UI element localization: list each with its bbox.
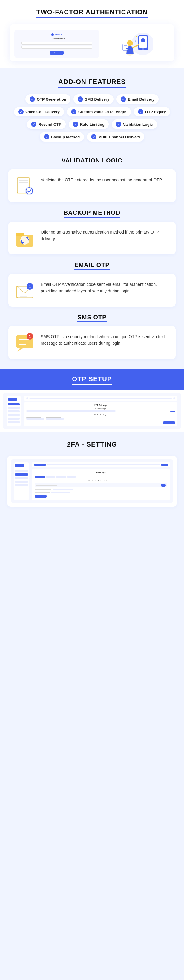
email-icon: 1 xyxy=(14,280,35,301)
tfa-illustration xyxy=(121,30,153,57)
addon-badge-backup-method: ✓ Backup Method xyxy=(40,132,84,142)
setting-main: Settings Two-Factor Authentication User xyxy=(32,469,170,500)
addon-badge-multi-channel: ✓ Multi-Channel Delivery xyxy=(87,132,144,142)
addon-label: Rate Limiting xyxy=(80,122,105,127)
all-features-container: VALIDATION LOGIC Verifying the OTP enter… xyxy=(0,149,184,369)
addon-label: Resend OTP xyxy=(38,122,61,127)
validation-svg xyxy=(14,175,35,196)
addon-badge-validation-logic: ✓ Validation Logic xyxy=(112,119,157,129)
addon-badge-resend-otp: ✓ Resend OTP xyxy=(27,119,65,129)
sidebar-item xyxy=(8,403,20,405)
addon-badge-otp-generation: ✓ OTP Generation xyxy=(25,94,70,104)
topbar-logo xyxy=(34,464,46,466)
email-otp-heading: EMAIL OTP xyxy=(8,262,176,269)
tfa-setting-mock: Settings Two-Factor Authentication User xyxy=(11,460,173,503)
backup-method-heading: BACKUP METHOD xyxy=(8,209,176,216)
otp-setup-header: OTP SETUP xyxy=(0,369,184,390)
save-settings-btn[interactable] xyxy=(35,495,47,498)
mockup-submit-btn[interactable]: Submit xyxy=(50,51,64,55)
svg-text:1: 1 xyxy=(29,285,31,289)
mockup-subtitle: OTP Verification xyxy=(49,38,65,40)
sidebar-logo xyxy=(8,398,17,401)
setting-sidebar xyxy=(14,462,29,500)
mock-sidebar xyxy=(6,396,21,426)
tfa-section: TWO-FACTOR AUTHENTICATION OM1T OTP Verif… xyxy=(0,0,184,68)
validation-logic-card2: Verifying the OTP entered by the user ag… xyxy=(8,169,176,202)
sidebar-item xyxy=(8,407,20,409)
check-icon: ✓ xyxy=(18,109,24,115)
otp-setup-title: OTP SETUP xyxy=(72,375,112,385)
mockup-field2 xyxy=(21,46,92,49)
sms-otp-heading: SMS OTP xyxy=(8,314,176,321)
addon-badge-email-delivery: ✓ Email Delivery xyxy=(116,94,159,104)
tab-inactive3[interactable] xyxy=(67,476,76,478)
settings-tabs xyxy=(35,476,167,478)
addon-label: Voice Call Delivery xyxy=(25,110,60,114)
addon-badge-rate-limiting: ✓ Rate Limiting xyxy=(69,119,109,129)
check-icon: ✓ xyxy=(138,109,143,115)
tab-active[interactable] xyxy=(35,476,45,478)
check-icon: ✓ xyxy=(71,109,76,115)
setting-sidebar-item xyxy=(15,484,28,486)
check-icon: ✓ xyxy=(116,122,121,127)
backup-icon2 xyxy=(14,228,35,248)
email-svg: 1 xyxy=(14,280,35,301)
sidebar-item xyxy=(8,418,20,420)
sms-svg: 1 xyxy=(14,332,35,353)
logo-text: OM1T xyxy=(55,33,62,36)
addon-grid: ✓ OTP Generation ✓ SMS Delivery ✓ Email … xyxy=(7,94,177,142)
email-otp-title2: EMAIL OTP xyxy=(75,262,109,270)
svg-marker-48 xyxy=(17,348,23,352)
topbar-dot2 xyxy=(173,397,175,399)
svg-point-14 xyxy=(126,48,128,51)
mock-main-area: 2FA Settings OTP Settings Twilio Setting… xyxy=(24,402,178,426)
validation-icon2 xyxy=(14,175,35,196)
addon-label: OTP Expiry xyxy=(145,110,166,114)
setting-sidebar-item xyxy=(15,477,28,479)
tab-inactive2[interactable] xyxy=(56,476,66,478)
tfa-mockup-right xyxy=(104,30,170,57)
validation-desc2: Verifying the OTP entered by the user ag… xyxy=(41,175,162,183)
addon-label: Validation Logic xyxy=(123,122,153,127)
addon-section: ADD-ON FEATURES ✓ OTP Generation ✓ SMS D… xyxy=(0,68,184,149)
form-row xyxy=(35,492,167,493)
setting-logo xyxy=(15,464,24,467)
addon-label: Backup Method xyxy=(51,135,80,139)
tfa-setting-title: 2FA - SETTING xyxy=(67,441,117,450)
tfa-title: TWO-FACTOR AUTHENTICATION xyxy=(36,8,148,18)
validation-logic-heading: VALIDATION LOGIC xyxy=(8,157,176,164)
addon-title: ADD-ON FEATURES xyxy=(58,78,126,88)
otp-setup-screenshot: 2FA Settings OTP Settings Twilio Setting… xyxy=(0,390,184,432)
addon-label: Multi-Channel Delivery xyxy=(98,135,140,139)
setting-sidebar-item xyxy=(15,480,28,483)
setting-sidebar-item xyxy=(15,473,28,476)
tfa-mockup-left: OM1T OTP Verification Submit xyxy=(14,30,99,58)
check-icon: ✓ xyxy=(31,122,36,127)
svg-rect-4 xyxy=(141,39,145,42)
tfa-setting-card: Settings Two-Factor Authentication User xyxy=(7,456,177,507)
addon-badge-otp-expiry: ✓ OTP Expiry xyxy=(134,107,170,116)
addon-label: SMS Delivery xyxy=(85,97,109,102)
backup-desc2: Offering an alternative authentication m… xyxy=(41,228,170,242)
backup-svg xyxy=(14,228,35,248)
sms-otp-desc2: SMS OTP is a security method where a uni… xyxy=(41,332,170,347)
otp-screen-mock: 2FA Settings OTP Settings Twilio Setting… xyxy=(3,393,181,429)
svg-point-35 xyxy=(26,188,33,194)
svg-rect-37 xyxy=(16,233,24,236)
check-icon: ✓ xyxy=(78,97,83,102)
tfa-mockup-logo: OM1T xyxy=(51,33,62,36)
validation-logic-title2: VALIDATION LOGIC xyxy=(62,157,122,165)
addon-badge-voice-call: ✓ Voice Call Delivery xyxy=(14,107,64,116)
toggle-switch[interactable] xyxy=(161,484,166,487)
sidebar-item xyxy=(8,414,20,416)
settings-label: Settings xyxy=(35,471,167,474)
backup-method-title2: BACKUP METHOD xyxy=(63,209,121,218)
addon-badge-custom-otp-length: ✓ Customizable OTP Length xyxy=(67,107,131,116)
svg-point-3 xyxy=(143,48,144,49)
mockup-field xyxy=(21,41,92,45)
topbar-space xyxy=(47,464,160,465)
tfa-card: OM1T OTP Verification Submit xyxy=(10,24,174,61)
mock-topbar xyxy=(24,396,178,401)
sms-otp-card2: 1 SMS OTP is a security method where a u… xyxy=(8,326,176,359)
tab-inactive[interactable] xyxy=(46,476,55,478)
